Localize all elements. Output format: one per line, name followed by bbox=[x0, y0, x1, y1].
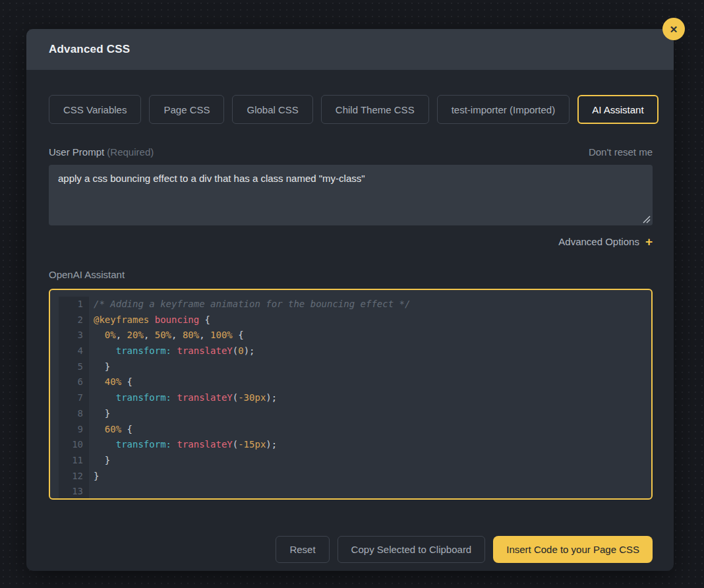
code-token-plain: { bbox=[199, 314, 210, 325]
code-token-num: 60% bbox=[105, 424, 121, 434]
code-text: transform: translateY(-30px); bbox=[89, 390, 277, 406]
code-line: 11 } bbox=[50, 453, 651, 469]
code-token-atrule: @keyframes bbox=[94, 314, 149, 325]
code-token-plain: , bbox=[144, 330, 155, 340]
code-token-plain: { bbox=[233, 330, 244, 340]
code-token-plain: } bbox=[94, 408, 110, 419]
code-token-plain: { bbox=[121, 424, 132, 434]
code-line: 7 transform: translateY(-30px); bbox=[50, 390, 651, 406]
close-button[interactable]: ✕ bbox=[662, 18, 685, 40]
code-token-num: 50% bbox=[155, 330, 171, 340]
code-token-num: 20% bbox=[127, 330, 144, 340]
line-number: 4 bbox=[59, 343, 89, 359]
modal-header: Advanced CSS bbox=[26, 29, 674, 70]
code-token-name: translateY bbox=[177, 439, 232, 450]
code-line: 9 60% { bbox=[50, 422, 651, 438]
code-token-plain: ); bbox=[266, 392, 277, 403]
insert-code-button[interactable]: Insert Code to your Page CSS bbox=[493, 536, 653, 563]
prompt-label: User Prompt bbox=[49, 146, 104, 158]
code-token-plain bbox=[149, 314, 154, 325]
line-number: 3 bbox=[59, 328, 89, 343]
code-token-name: bouncing bbox=[155, 314, 199, 325]
plus-icon: + bbox=[645, 235, 653, 248]
page-background: { "modal": { "title": "Advanced CSS", "c… bbox=[0, 0, 704, 588]
line-number: 7 bbox=[59, 390, 89, 406]
code-line: 6 40% { bbox=[50, 374, 651, 390]
code-token-plain: , bbox=[171, 330, 183, 340]
tab-page-css[interactable]: Page CSS bbox=[149, 95, 224, 124]
tab-child-theme-css[interactable]: Child Theme CSS bbox=[321, 95, 429, 124]
code-token-plain: ( bbox=[233, 345, 238, 356]
code-token-plain: , bbox=[199, 330, 210, 340]
code-line: 2@keyframes bouncing { bbox=[50, 312, 651, 328]
tab-ai-assistant[interactable]: AI Assistant bbox=[577, 95, 658, 124]
code-token-plain: } bbox=[94, 361, 110, 372]
code-line: 13 bbox=[50, 484, 651, 500]
code-line: 10 transform: translateY(-15px); bbox=[50, 437, 651, 453]
code-token-plain bbox=[94, 330, 105, 340]
code-text: 40% { bbox=[89, 374, 132, 390]
copy-selected-button[interactable]: Copy Selected to Clipboard bbox=[337, 536, 486, 563]
code-token-plain: } bbox=[94, 455, 110, 465]
code-text: 0%, 20%, 50%, 80%, 100% { bbox=[89, 328, 244, 343]
close-icon: ✕ bbox=[670, 24, 678, 34]
code-text: } bbox=[89, 406, 110, 422]
dont-reset-hint: Don't reset me bbox=[589, 146, 653, 158]
user-prompt-input[interactable]: apply a css bouncing effect to a div tha… bbox=[49, 165, 653, 225]
code-token-plain: { bbox=[121, 376, 132, 387]
line-number: 9 bbox=[59, 422, 89, 438]
tab-css-variables[interactable]: CSS Variables bbox=[49, 95, 141, 124]
code-line: 3 0%, 20%, 50%, 80%, 100% { bbox=[50, 328, 651, 343]
code-token-num: 80% bbox=[183, 330, 199, 340]
code-token-plain: , bbox=[116, 330, 127, 340]
line-number: 5 bbox=[59, 359, 89, 375]
code-token-num: 40% bbox=[105, 376, 121, 387]
code-token-prop: transform: bbox=[116, 392, 171, 403]
code-token-num: -30px bbox=[238, 392, 266, 403]
code-text: } bbox=[89, 469, 99, 485]
code-token-num: 0 bbox=[238, 345, 243, 356]
code-token-plain bbox=[94, 392, 116, 403]
code-lines: 1/* Adding a keyframe animation for the … bbox=[50, 290, 651, 500]
tab-global-css[interactable]: Global CSS bbox=[232, 95, 312, 124]
assistant-label: OpenAI Assistant bbox=[49, 269, 653, 280]
code-token-prop: transform: bbox=[116, 439, 171, 450]
code-token-plain bbox=[94, 376, 105, 387]
code-text bbox=[89, 484, 94, 500]
required-hint: (Required) bbox=[107, 146, 154, 158]
code-token-name: translateY bbox=[177, 392, 232, 403]
code-text: transform: translateY(-15px); bbox=[89, 437, 277, 453]
modal-body: CSS VariablesPage CSSGlobal CSSChild The… bbox=[26, 70, 674, 500]
code-token-plain bbox=[94, 424, 105, 434]
modal-title: Advanced CSS bbox=[49, 43, 130, 56]
code-token-plain bbox=[94, 345, 116, 356]
code-token-num: 100% bbox=[210, 330, 233, 340]
code-token-prop: transform: bbox=[116, 345, 171, 356]
code-text: @keyframes bouncing { bbox=[89, 312, 210, 328]
code-line: 12} bbox=[50, 469, 651, 485]
code-editor[interactable]: 1/* Adding a keyframe animation for the … bbox=[49, 289, 653, 500]
code-token-plain: ); bbox=[266, 439, 277, 450]
prompt-label-row: User Prompt (Required) Don't reset me bbox=[49, 146, 653, 158]
line-number: 2 bbox=[59, 312, 89, 328]
prompt-label-group: User Prompt (Required) bbox=[49, 146, 154, 158]
code-token-plain bbox=[94, 439, 116, 450]
line-number: 13 bbox=[59, 484, 89, 500]
modal-footer: Reset Copy Selected to Clipboard Insert … bbox=[276, 536, 653, 563]
reset-button[interactable]: Reset bbox=[276, 536, 329, 563]
code-text: 60% { bbox=[89, 422, 132, 438]
tabs: CSS VariablesPage CSSGlobal CSSChild The… bbox=[49, 95, 653, 124]
code-token-plain: ( bbox=[233, 392, 238, 403]
advanced-css-modal: ✕ Advanced CSS CSS VariablesPage CSSGlob… bbox=[26, 29, 674, 571]
code-text: /* Adding a keyframe animation for the b… bbox=[89, 297, 410, 312]
code-line: 8 } bbox=[50, 406, 651, 422]
line-number: 10 bbox=[59, 437, 89, 453]
code-token-num: -15px bbox=[238, 439, 266, 450]
code-token-plain: ( bbox=[233, 439, 238, 450]
code-line: 5 } bbox=[50, 359, 651, 375]
line-number: 6 bbox=[59, 374, 89, 390]
advanced-options-toggle[interactable]: Advanced Options + bbox=[49, 235, 653, 248]
tab-test-importer-imported[interactable]: test-importer (Imported) bbox=[437, 95, 570, 124]
code-token-comment: /* Adding a keyframe animation for the b… bbox=[94, 299, 410, 309]
code-token-plain: ); bbox=[244, 345, 255, 356]
